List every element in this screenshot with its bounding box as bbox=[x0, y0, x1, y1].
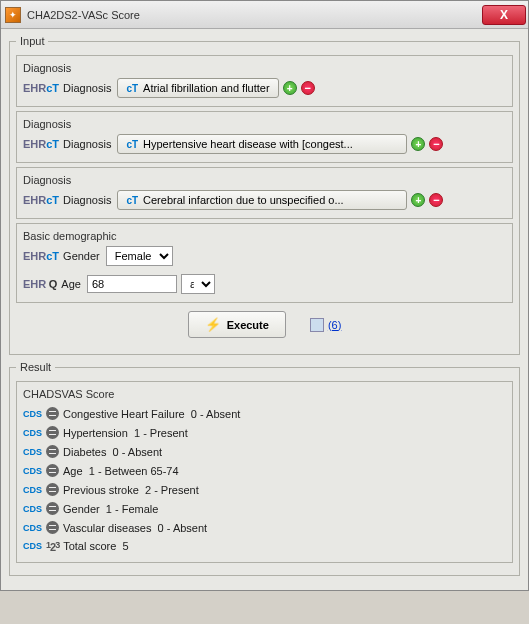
input-fieldset: Input Diagnosis EHRcT Diagnosis cT Atria… bbox=[9, 35, 520, 355]
list-icon bbox=[46, 521, 59, 534]
list-icon bbox=[46, 407, 59, 420]
result-row: CDS Gender 1 - Female bbox=[23, 499, 506, 518]
diagnosis-group-label: Diagnosis bbox=[23, 62, 506, 74]
execute-button[interactable]: ⚡ Execute bbox=[188, 311, 286, 338]
result-row: CDS Diabetes 0 - Absent bbox=[23, 442, 506, 461]
input-legend: Input bbox=[16, 35, 48, 47]
demographic-group: Basic demographic EHRcT Gender Female EH… bbox=[16, 223, 513, 303]
cds-badge: CDS bbox=[23, 409, 42, 419]
cds-badge: CDS bbox=[23, 447, 42, 457]
result-row: CDS Hypertension 1 - Present bbox=[23, 423, 506, 442]
number-icon: 123 bbox=[46, 540, 59, 553]
diagnosis-value-button-1[interactable]: cT Atrial fibrillation and flutter bbox=[117, 78, 278, 98]
result-row: CDS Previous stroke 2 - Present bbox=[23, 480, 506, 499]
archive-icon bbox=[310, 318, 324, 332]
diagnosis-field-label: Diagnosis bbox=[63, 194, 111, 206]
ehr-ct-badge: EHRcT bbox=[23, 82, 59, 94]
cds-badge: CDS bbox=[23, 466, 42, 476]
list-icon bbox=[46, 445, 59, 458]
total-row: CDS 123 Total score 5 bbox=[23, 537, 506, 556]
ct-icon: cT bbox=[126, 139, 138, 150]
diagnosis-value-button-2[interactable]: cT Hypertensive heart disease with [cong… bbox=[117, 134, 407, 154]
archive-count: (6) bbox=[328, 319, 341, 331]
diagnosis-field-label: Diagnosis bbox=[63, 82, 111, 94]
app-icon: ✦ bbox=[5, 7, 21, 23]
diagnosis-group-1: Diagnosis EHRcT Diagnosis cT Atrial fibr… bbox=[16, 55, 513, 107]
age-input[interactable] bbox=[87, 275, 177, 293]
remove-icon[interactable]: − bbox=[429, 193, 443, 207]
list-icon bbox=[46, 426, 59, 439]
score-label: CHADSVAS Score bbox=[23, 388, 506, 400]
diagnosis-group-label: Diagnosis bbox=[23, 174, 506, 186]
ct-icon: cT bbox=[126, 83, 138, 94]
gender-label: Gender bbox=[63, 250, 100, 262]
execute-label: Execute bbox=[227, 319, 269, 331]
result-row: CDS Congestive Heart Failure 0 - Absent bbox=[23, 404, 506, 423]
add-icon[interactable]: + bbox=[411, 137, 425, 151]
add-icon[interactable]: + bbox=[283, 81, 297, 95]
demographic-label: Basic demographic bbox=[23, 230, 506, 242]
ehr-ct-badge: EHRcT bbox=[23, 138, 59, 150]
list-icon bbox=[46, 464, 59, 477]
diagnosis-group-label: Diagnosis bbox=[23, 118, 506, 130]
gender-select[interactable]: Female bbox=[106, 246, 173, 266]
diagnosis-value-button-3[interactable]: cT Cerebral infarction due to unspecifie… bbox=[117, 190, 407, 210]
result-row: CDS Age 1 - Between 65-74 bbox=[23, 461, 506, 480]
score-group: CHADSVAS Score CDS Congestive Heart Fail… bbox=[16, 381, 513, 563]
app-window: ✦ CHA2DS2-VASc Score X Input Diagnosis E… bbox=[0, 0, 529, 591]
result-row: CDS Vascular diseases 0 - Absent bbox=[23, 518, 506, 537]
remove-icon[interactable]: − bbox=[301, 81, 315, 95]
cds-badge: CDS bbox=[23, 504, 42, 514]
close-button[interactable]: X bbox=[482, 5, 526, 25]
ct-icon: cT bbox=[126, 195, 138, 206]
result-fieldset: Result CHADSVAS Score CDS Congestive Hea… bbox=[9, 361, 520, 576]
diagnosis-field-label: Diagnosis bbox=[63, 138, 111, 150]
add-icon[interactable]: + bbox=[411, 193, 425, 207]
diagnosis-value: Atrial fibrillation and flutter bbox=[143, 82, 270, 94]
diagnosis-value: Hypertensive heart disease with [congest… bbox=[143, 138, 353, 150]
titlebar: ✦ CHA2DS2-VASc Score X bbox=[1, 1, 528, 29]
cds-badge: CDS bbox=[23, 428, 42, 438]
list-icon bbox=[46, 502, 59, 515]
archive-link[interactable]: (6) bbox=[310, 318, 341, 332]
ehr-ct-badge: EHRcT bbox=[23, 194, 59, 206]
cds-badge: CDS bbox=[23, 523, 42, 533]
ehr-q-badge: EHR Q bbox=[23, 278, 57, 290]
diagnosis-value: Cerebral infarction due to unspecified o… bbox=[143, 194, 344, 206]
list-icon bbox=[46, 483, 59, 496]
cds-badge: CDS bbox=[23, 485, 42, 495]
window-title: CHA2DS2-VASc Score bbox=[27, 9, 482, 21]
result-legend: Result bbox=[16, 361, 55, 373]
age-unit-select[interactable]: a bbox=[181, 274, 215, 294]
cds-badge: CDS bbox=[23, 541, 42, 551]
age-label: Age bbox=[61, 278, 81, 290]
diagnosis-group-2: Diagnosis EHRcT Diagnosis cT Hypertensiv… bbox=[16, 111, 513, 163]
bolt-icon: ⚡ bbox=[205, 317, 221, 332]
remove-icon[interactable]: − bbox=[429, 137, 443, 151]
ehr-ct-badge: EHRcT bbox=[23, 250, 59, 262]
diagnosis-group-3: Diagnosis EHRcT Diagnosis cT Cerebral in… bbox=[16, 167, 513, 219]
